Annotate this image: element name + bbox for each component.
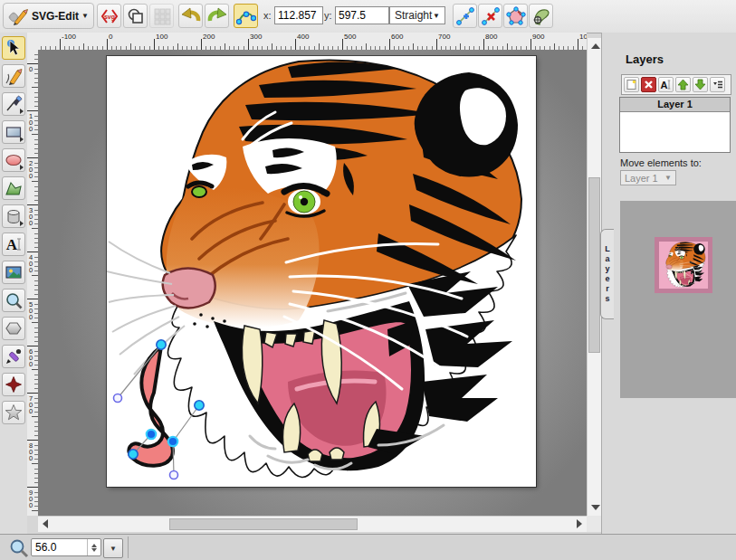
segment-type-caret-icon: ▼	[433, 12, 440, 20]
document-overview	[620, 201, 736, 398]
drawing-workspace[interactable]	[38, 50, 587, 516]
new-layer-icon	[626, 79, 637, 90]
path-edit-icon	[236, 6, 256, 26]
ruler-label: 700	[29, 395, 36, 414]
horizontal-scrollbar-thumb[interactable]	[169, 518, 358, 530]
path-node-selected[interactable]	[147, 430, 156, 439]
move-layer-down-button[interactable]	[693, 77, 708, 92]
layer-menu-button[interactable]	[710, 77, 725, 92]
flyout-arrow-icon	[20, 109, 24, 114]
red-shape-tool-icon	[5, 375, 23, 394]
shapes-button[interactable]	[123, 4, 148, 28]
main-menu-button[interactable]: SVG-Edit ▼	[3, 3, 94, 29]
bottom-bar: ▼	[0, 534, 736, 560]
scroll-up-arrow-icon[interactable]	[591, 43, 600, 49]
polygon-tool-icon	[5, 179, 23, 197]
image-tool-button[interactable]	[2, 261, 25, 284]
pencil-tool-icon	[5, 67, 23, 85]
pencil-tool-button[interactable]	[2, 64, 25, 88]
zoom-preset-dropdown-button[interactable]: ▼	[103, 538, 123, 558]
undo-button[interactable]	[178, 4, 203, 28]
path-node[interactable]	[157, 340, 166, 349]
rename-layer-button[interactable]: A	[658, 77, 674, 92]
scroll-right-arrow-icon[interactable]	[577, 519, 582, 528]
grid-button[interactable]	[149, 4, 174, 28]
canvas-thumbnail	[659, 242, 708, 289]
rename-layer-icon: A	[660, 79, 672, 90]
shape-library-tool-button[interactable]	[2, 204, 25, 228]
text-tool-button[interactable]: A	[2, 233, 25, 256]
scroll-left-arrow-icon[interactable]	[43, 519, 48, 528]
select-tool-button[interactable]	[2, 36, 25, 60]
layer-list: Layer 1	[619, 97, 731, 153]
shape-red-tool-button[interactable]	[2, 373, 25, 396]
star-tool-button[interactable]	[2, 401, 25, 424]
path-node-selected[interactable]	[168, 437, 177, 446]
layers-panel-title: Layers	[626, 52, 664, 66]
new-layer-button[interactable]	[624, 77, 639, 92]
ruler-label: 200	[29, 160, 36, 179]
y-coordinate-label: y:	[324, 10, 332, 21]
layers-panel-toggle-tab[interactable]: Layers	[600, 229, 614, 319]
delete-node-icon	[481, 6, 501, 26]
horizontal-ruler: -10001002003004005006007008009001000	[38, 33, 587, 51]
ruler-label: 1000	[579, 33, 587, 41]
path-edit-mode-button[interactable]	[234, 4, 258, 28]
ruler-label: 500	[344, 33, 356, 41]
scrollbar-corner	[587, 516, 601, 532]
tiger-illustration	[107, 56, 536, 487]
y-coordinate-input[interactable]	[335, 6, 389, 24]
path-node[interactable]	[129, 450, 138, 459]
redo-button[interactable]	[205, 4, 229, 28]
horizontal-scrollbar[interactable]	[38, 516, 587, 532]
open-path-button[interactable]	[529, 4, 553, 28]
top-toolbar: SVG-Edit ▼ svg	[0, 0, 736, 33]
layer-down-icon	[694, 79, 706, 90]
ruler-label: 200	[203, 33, 215, 41]
source-code-button[interactable]: svg	[97, 4, 121, 28]
control-point[interactable]	[170, 471, 178, 479]
star-tool-icon	[5, 403, 23, 422]
ruler-label: -100	[62, 33, 76, 41]
path-node[interactable]	[195, 401, 204, 410]
vertical-scrollbar-thumb[interactable]	[588, 177, 600, 353]
ruler-label: 900	[29, 489, 36, 508]
canvas-thumbnail-frame	[655, 237, 712, 293]
move-elements-select[interactable]: Layer 1 ▼	[620, 170, 676, 185]
delete-layer-button[interactable]	[641, 77, 656, 92]
eyedropper-tool-button[interactable]	[2, 345, 25, 368]
ruler-label: 900	[532, 33, 544, 41]
ruler-label: 600	[29, 348, 36, 367]
svg-edit-logo-icon	[7, 5, 29, 27]
delete-node-button[interactable]	[478, 4, 502, 28]
zoom-tool-button[interactable]	[2, 289, 25, 312]
spin-up-icon[interactable]	[91, 544, 97, 547]
shapes-icon	[127, 7, 145, 25]
scroll-down-arrow-icon[interactable]	[591, 505, 600, 510]
segment-type-select[interactable]: Straight ▼	[389, 6, 445, 24]
add-node-button[interactable]	[453, 4, 477, 28]
ruler-label: 700	[438, 33, 450, 41]
layer-row-selected[interactable]: Layer 1	[620, 98, 730, 112]
x-coordinate-input[interactable]	[274, 6, 323, 24]
line-tool-button[interactable]	[2, 92, 25, 116]
close-path-button[interactable]	[503, 4, 528, 28]
polygon-tool-button[interactable]	[2, 176, 25, 200]
hexagon-tool-button[interactable]	[2, 317, 25, 340]
move-layer-up-button[interactable]	[675, 77, 691, 92]
rectangle-tool-button[interactable]	[2, 120, 25, 144]
svg-text:A: A	[6, 236, 18, 253]
ruler-label: 800	[29, 442, 36, 461]
spin-down-icon[interactable]	[91, 548, 97, 552]
text-tool-icon: A	[5, 235, 23, 253]
zoom-spinner-arrows[interactable]	[87, 539, 100, 555]
ellipse-tool-button[interactable]	[2, 148, 25, 172]
svg-canvas[interactable]	[107, 56, 536, 487]
control-point[interactable]	[114, 394, 122, 403]
menu-caret-icon: ▼	[81, 12, 89, 20]
ruler-label: 500	[29, 301, 36, 320]
vertical-scrollbar[interactable]	[587, 38, 601, 516]
flyout-arrow-icon	[20, 165, 24, 170]
zoom-level-input[interactable]	[32, 541, 87, 554]
delete-layer-icon	[644, 80, 654, 90]
